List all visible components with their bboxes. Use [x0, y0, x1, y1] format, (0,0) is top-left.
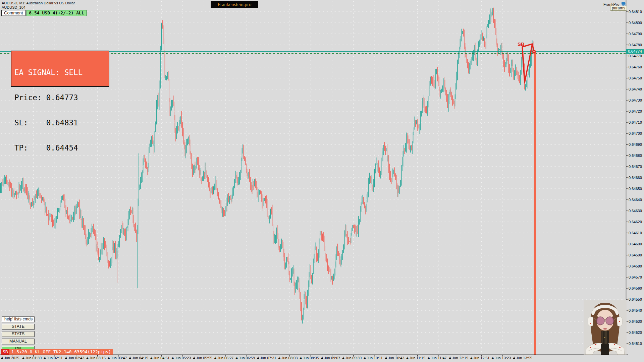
ea-signal-price: Price: 0.64773: [14, 94, 109, 102]
price-axis-label: 0.64810: [629, 10, 642, 14]
chart-id-label: AUDUSD_104: [2, 5, 75, 10]
time-axis-label: 4 Jun 12:51: [470, 356, 490, 360]
price-axis-label: 0.64760: [629, 65, 642, 69]
price-axis-label: 0.64670: [629, 165, 642, 169]
account-row: Comment 8.54 USD 4(+2/-2) ALL: [1, 10, 87, 16]
current-price-tag: 0.64774: [626, 49, 644, 54]
stats-button[interactable]: STATS: [2, 331, 35, 337]
time-axis-label: 4 Jun 11:47: [428, 356, 447, 360]
time-axis-label: 4 Jun 07:31: [257, 356, 276, 360]
time-axis-label: 4 Jun 13:23: [492, 356, 511, 360]
time-axis-label: 4 Jun 01:39: [22, 356, 42, 360]
price-axis-label: 0.64780: [629, 43, 642, 47]
price-axis-label: 0.64650: [629, 187, 642, 191]
sb-status-badge: SB: [1, 349, 9, 355]
sb-status-text: 1.5x20.0 KL_OFF TK2.1=0.63594(122pips): [9, 349, 113, 355]
sb-status-bar: SB 1.5x20.0 KL_OFF TK2.1=0.63594(122pips…: [1, 349, 113, 355]
mt4-chart-window: { "window": { "symbol_line": "AUDUSD, M1…: [0, 0, 644, 362]
price-axis-label: 0.64570: [629, 275, 642, 279]
time-axis-label: 4 Jun 11:15: [406, 356, 425, 360]
time-axis-label: 4 Jun 10:43: [385, 356, 405, 360]
price-axis-label: 0.64730: [629, 98, 642, 102]
time-axis-label: 4 Jun 03:47: [108, 356, 127, 360]
time-axis-label: 4 Jun 03:15: [86, 356, 106, 360]
price-axis-label: 0.64660: [629, 176, 642, 180]
chart-title-block: AUDUSD, M1: Australian Dollar vs US Doll…: [2, 1, 75, 10]
brand-banner: Frankenstein.pro: [211, 1, 258, 8]
time-axis-label: 4 Jun 05:55: [193, 356, 212, 360]
time-axis-label: 4 Jun 09:07: [321, 356, 340, 360]
account-summary-badge: 8.54 USD 4(+2/-2) ALL: [26, 10, 86, 16]
avatar: [584, 300, 627, 355]
time-axis-label: 4 Jun 10:11: [364, 356, 383, 360]
comment-button[interactable]: Comment: [1, 10, 25, 16]
price-axis-label: 0.64680: [629, 154, 642, 158]
time-axis-label: 4 Jun 09:39: [342, 356, 362, 360]
price-axis-label: 0.64710: [629, 120, 642, 124]
price-axis-label: 0.64550: [629, 297, 642, 301]
price-axis-label: 0.64620: [629, 220, 642, 224]
price-axis-label: 0.64530: [629, 319, 642, 323]
price-axis-label: 0.64700: [629, 131, 642, 135]
state-button[interactable]: STATE: [2, 324, 35, 329]
ea-panel-buttons: 'help' lists cmds STATE STATS MANUAL ON: [2, 316, 35, 353]
price-axis-label: 0.64560: [629, 286, 642, 290]
params-button[interactable]: params: [610, 6, 627, 11]
manual-button[interactable]: MANUAL: [2, 339, 35, 344]
sb-marker-label: SB: [518, 41, 525, 47]
price-axis-label: 0.64740: [629, 87, 642, 91]
ea-signal-tp: TP: 0.64454: [14, 144, 109, 152]
price-axis-label: 0.64630: [629, 209, 642, 213]
time-axis-label: 4 Jun 05:23: [172, 356, 191, 360]
price-axis-label: 0.64640: [629, 198, 642, 202]
price-axis-label: 0.64610: [629, 231, 642, 235]
price-axis-label: 0.64600: [629, 242, 642, 246]
time-axis-label: 4 Jun 06:27: [214, 356, 234, 360]
time-axis-label: 4 Jun 08:03: [278, 356, 298, 360]
time-axis-label: 4 Jun 04:19: [129, 356, 149, 360]
price-axis-label: 0.64750: [629, 76, 642, 80]
avatar-image: [584, 300, 627, 355]
help-button[interactable]: 'help' lists cmds: [2, 316, 35, 322]
price-axis-label: 0.64540: [629, 308, 642, 312]
price-axis-label: 0.64520: [629, 330, 642, 335]
price-axis-label: 0.64590: [629, 253, 642, 257]
time-axis-label: 4 Jun 04:51: [150, 356, 170, 360]
ea-signal-sl: SL: 0.64831: [14, 119, 109, 127]
time-axis-label: 4 Jun 2025: [1, 356, 19, 360]
price-axis-label: 0.64800: [629, 21, 642, 25]
price-axis-label: 0.64690: [629, 142, 642, 146]
symbol-title: AUDUSD, M1: Australian Dollar vs US Doll…: [2, 1, 75, 5]
time-axis-label: 4 Jun 08:35: [300, 356, 319, 360]
price-axis-label: 0.64580: [629, 264, 642, 268]
ea-signal-box: EA SIGNAL: SELL Price: 0.64773 SL: 0.648…: [11, 51, 109, 87]
time-axis-label: 4 Jun 02:11: [44, 356, 63, 360]
time-axis-label: 4 Jun 12:19: [449, 356, 469, 360]
price-axis-label: 0.64510: [629, 342, 642, 346]
price-axis-label: 0.64790: [629, 32, 642, 36]
ea-signal-title: EA SIGNAL: SELL: [14, 68, 109, 77]
price-axis-label: 0.64720: [629, 109, 642, 113]
time-axis-label: 4 Jun 13:55: [513, 356, 532, 360]
price-axis-label: 0.64770: [629, 54, 642, 58]
time-axis-label: 4 Jun 06:59: [236, 356, 255, 360]
time-axis-label: 4 Jun 02:43: [65, 356, 85, 360]
